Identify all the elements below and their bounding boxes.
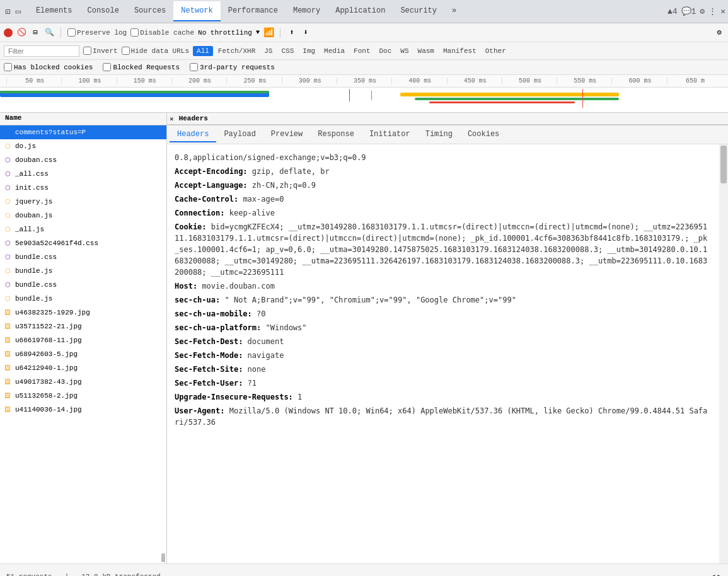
file-icon-14: 🖼 (3, 321, 13, 331)
filter-js[interactable]: JS (260, 46, 276, 56)
filter-img[interactable]: Img (299, 46, 319, 56)
filter-css[interactable]: CSS (277, 46, 298, 56)
device-icon[interactable]: ▭ (15, 6, 20, 17)
filter-input[interactable] (4, 45, 79, 57)
alerts-icon[interactable]: ▲4 (667, 7, 678, 16)
tab-sources[interactable]: Sources (127, 1, 173, 21)
file-item-2[interactable]: ⬡ douban.css (0, 153, 166, 167)
blocked-requests-checkbox[interactable] (103, 63, 111, 71)
detail-scrollbar[interactable] (719, 144, 728, 563)
devtools-right-icons: ▲4 💬1 ⚙ ⋮ ✕ (667, 6, 725, 16)
file-icon-3: ⬡ (3, 169, 13, 179)
detail-close-x[interactable]: ✕ (170, 115, 174, 123)
filter-other[interactable]: Other (482, 46, 510, 56)
file-item-15[interactable]: 🖼 u66619768-11.jpg (0, 333, 166, 347)
header-sec-fetch-site: Sec-Fetch-Site: none (175, 364, 712, 375)
hide-data-label[interactable]: Hide data URLs (122, 47, 189, 55)
file-item-14[interactable]: 🖼 u35711522-21.jpg (0, 320, 166, 333)
detail-tab-headers[interactable]: Headers (170, 127, 216, 142)
close-icon[interactable]: ✕ (720, 6, 725, 16)
timeline-bar-area (0, 88, 728, 113)
filter-font[interactable]: Font (350, 46, 374, 56)
file-item-16[interactable]: 🖼 u68942603-5.jpg (0, 347, 166, 361)
detail-tab-cookies[interactable]: Cookies (460, 127, 507, 142)
tab-console[interactable]: Console (79, 1, 126, 21)
download-icon[interactable]: ⬇ (301, 28, 311, 38)
filter-fetch[interactable]: Fetch/XHR (214, 46, 259, 56)
header-upgrade: Upgrade-Insecure-Requests: 1 (175, 391, 712, 403)
file-item-7[interactable]: ⬡ _all.js (0, 222, 166, 236)
file-item-9[interactable]: ⬡ bundle.css (0, 250, 166, 264)
tab-network[interactable]: Network (173, 1, 220, 21)
filter-ws[interactable]: WS (396, 46, 412, 56)
file-item-1[interactable]: ⬡ do.js (0, 139, 166, 153)
filter-wasm[interactable]: Wasm (414, 46, 438, 56)
file-item-10[interactable]: ⬡ bundle.js (0, 264, 166, 278)
scroll-left-icon[interactable]: ◀ (711, 572, 715, 576)
file-item-20[interactable]: 🖼 u41140036-14.jpg (0, 403, 166, 417)
third-party-label[interactable]: 3rd-party requests (190, 63, 275, 71)
file-name-20: u41140036-14.jpg (15, 406, 82, 413)
filter-doc[interactable]: Doc (376, 46, 396, 56)
filter-manifest[interactable]: Manifest (439, 46, 480, 56)
file-name-11: bundle.css (15, 281, 57, 289)
tab-application[interactable]: Application (328, 1, 393, 21)
throttle-select-wrapper[interactable]: No throttling (198, 29, 252, 37)
settings-icon[interactable]: ⚙ (700, 6, 705, 16)
preserve-log-label[interactable]: Preserve log (67, 28, 127, 37)
stop-icon[interactable]: 🚫 (16, 28, 26, 38)
file-item-0[interactable]: ◻ comments?status=P (0, 125, 166, 139)
third-party-checkbox[interactable] (190, 63, 198, 71)
search-icon[interactable]: 🔍 (44, 28, 54, 38)
filter-icon[interactable]: ⊟ (30, 28, 40, 38)
file-item-3[interactable]: ⬡ _all.css (0, 167, 166, 181)
file-item-18[interactable]: 🖼 u49017382-43.jpg (0, 375, 166, 389)
header-host: Host: movie.douban.com (175, 280, 712, 292)
file-item-19[interactable]: 🖼 u51132658-2.jpg (0, 389, 166, 403)
tab-elements[interactable]: Elements (28, 1, 80, 21)
disable-cache-label[interactable]: Disable cache (130, 28, 194, 37)
tab-security[interactable]: Security (393, 1, 444, 21)
detail-tab-response[interactable]: Response (310, 127, 362, 142)
tab-performance[interactable]: Performance (221, 1, 286, 21)
tab-more[interactable]: » (444, 1, 464, 21)
filter-media[interactable]: Media (320, 46, 349, 56)
detail-tab-timing[interactable]: Timing (418, 127, 460, 142)
preserve-log-checkbox[interactable] (67, 28, 76, 37)
header-user-agent: User-Agent: Mozilla/5.0 (Windows NT 10.0… (175, 405, 712, 428)
file-item-17[interactable]: 🖼 u64212940-1.jpg (0, 361, 166, 375)
file-item-11[interactable]: ⬡ bundle.css (0, 278, 166, 292)
upload-icon[interactable]: ⬆ (287, 28, 297, 38)
wifi-icon[interactable]: 📶 (263, 28, 274, 38)
detail-tab-payload[interactable]: Payload (216, 127, 263, 142)
file-item-6[interactable]: ⬡ douban.js (0, 209, 166, 222)
detail-tab-preview[interactable]: Preview (263, 127, 310, 142)
tab-memory[interactable]: Memory (286, 1, 328, 21)
invert-label[interactable]: Invert (83, 47, 118, 55)
filter-all[interactable]: All (193, 46, 213, 56)
file-item-5[interactable]: ⬡ jquery.js (0, 195, 166, 209)
more-icon[interactable]: ⋮ (708, 6, 717, 16)
detail-tab-initiator[interactable]: Initiator (362, 127, 418, 142)
settings-icon2[interactable]: ⚙ (714, 28, 724, 38)
blocked-requests-label[interactable]: Blocked Requests (103, 63, 180, 71)
blocked-cookies-checkbox[interactable] (4, 63, 12, 71)
file-item-4[interactable]: ⬡ init.css (0, 181, 166, 195)
hide-data-checkbox[interactable] (122, 47, 130, 55)
header-cookie: Cookie: bid=ycmgKZFEcX4; __utmz=30149280… (175, 221, 712, 278)
file-icon-4: ⬡ (3, 183, 13, 193)
disable-cache-checkbox[interactable] (130, 28, 139, 37)
scroll-right-icon[interactable]: ▶ (717, 572, 722, 576)
blocked-cookies-label[interactable]: Has blocked cookies (4, 63, 93, 71)
file-icon-12: ⬡ (3, 294, 13, 304)
invert-checkbox[interactable] (83, 47, 91, 55)
scrollbar-down-indicator (161, 553, 165, 562)
cursor-icon[interactable]: ⊡ (5, 6, 10, 17)
file-item-12[interactable]: ⬡ bundle.js (0, 292, 166, 306)
file-name-14: u35711522-21.jpg (15, 323, 82, 330)
file-item-8[interactable]: ⬡ 5e903a52c4961f4d.css (0, 236, 166, 250)
messages-icon[interactable]: 💬1 (681, 6, 696, 16)
record-button[interactable] (4, 28, 13, 37)
throttle-dropdown-icon[interactable]: ▼ (256, 29, 260, 36)
file-item-13[interactable]: 🖼 u46382325-1929.jpg (0, 306, 166, 320)
